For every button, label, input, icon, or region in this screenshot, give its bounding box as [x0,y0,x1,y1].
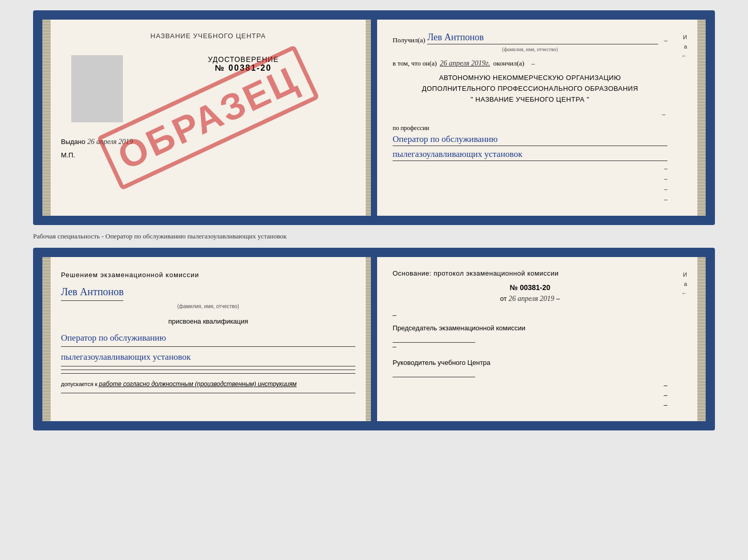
professiya-line2: пылегазоулавливающих установок [393,149,667,161]
right-indicators-2: И а ← [672,269,687,409]
dopuskaetsya-block: допускается к работе согласно должностны… [61,379,355,389]
poluchil-label: Получил(а) [393,36,425,44]
spine-left [42,20,51,216]
separator-text: Рабочая специальность - Оператор по обсл… [33,229,715,244]
professiya-label: по профессии [393,124,667,132]
kvalif-line2: пылегазоулавливающих установок [61,350,355,366]
spine-right-page-2 [697,257,706,421]
indicator-a-1: а [684,43,687,50]
professiya-line1: Оператор по обслуживанию [393,134,667,146]
spine-right-left [366,20,374,216]
vydano-date: 26 апреля 2019 [87,138,133,146]
dopuskaetsya-text: работе согласно должностным (производств… [99,380,297,388]
vtom-label: в том, что он(а) [393,59,437,68]
udostoverenie-block: УДОСТОВЕРЕНИЕ № 00381-20 [131,55,355,73]
osnovaniye-label: Основание: протокол экзаменационной коми… [393,269,667,277]
p1-dash6: – [664,185,668,193]
mp-line: М.П. [61,151,355,159]
page-left-1: НАЗВАНИЕ УЧЕБНОГО ЦЕНТРА УДОСТОВЕРЕНИЕ №… [42,20,374,216]
poluchil-row: Получил(а) Лев Антпонов – [393,32,667,44]
vtom-row: в том, что он(а) 26 апреля 2019г. окончи… [393,59,667,68]
prisvoyena-label: присвоена квалификация [61,316,355,327]
dash2-right: – [393,311,667,319]
osnov-dash2: – [393,311,396,319]
document-container: НАЗВАНИЕ УЧЕБНОГО ЦЕНТРА УДОСТОВЕРЕНИЕ №… [33,10,715,430]
photo-placeholder [71,55,123,122]
spine-left-2 [42,257,51,421]
p1-dash5: – [664,174,668,183]
spine-right-left-2 [366,257,374,421]
fam-sub-2: (фамилия, имя, отчество) [61,302,355,311]
fio-name: Лев Антпонов [61,283,123,301]
org-line2: ДОПОЛНИТЕЛЬНОГО ПРОФЕССИОНАЛЬНОГО ОБРАЗО… [393,84,667,94]
udostoverenie-label: УДОСТОВЕРЕНИЕ [131,55,355,63]
osnovaniye-block: Основание: протокол экзаменационной коми… [393,269,667,409]
indicator-i-2: И [683,271,687,278]
resheniem-label: Решением экзаменационной комиссии [61,269,355,281]
cert-number: № 00381-20 [131,63,355,73]
dash1: – [664,36,668,44]
dopuskaetsya-label: допускается к [61,381,98,387]
dash3: – [393,110,665,118]
rukovoditel-block: Руководитель учебного Центра [393,359,667,377]
osnov-number: № 00381-20 [510,283,551,292]
page-left-2: Решением экзаменационной комиссии Лев Ан… [42,257,374,421]
rukovoditel-label: Руководитель учебного Центра [393,359,667,366]
fio-block: Лев Антпонов [61,283,355,301]
indicator-arrow-1: ← [681,53,687,59]
cert-title: НАЗВАНИЕ УЧЕБНОГО ЦЕНТРА [61,32,355,40]
dash2: – [532,59,535,68]
vydano-line: Выдано 26 апреля 2019 [61,138,355,146]
certificate-book-2: Решением экзаменационной комиссии Лев Ан… [33,248,715,430]
dash3-r: – [393,343,396,350]
predsedatel-label: Председатель экзаменационной комиссии [393,324,667,332]
p1-dash7: – [664,195,668,203]
indicator-i-1: И [683,34,687,40]
r2-dash5: – [664,391,667,399]
r2-dash4: – [664,381,667,389]
indicator-a-2: а [684,281,687,287]
kvalif-line1: Оператор по обслуживанию [61,331,355,347]
poluchil-name: Лев Антпонов [427,32,658,44]
fam-sub-1: (фамилия, имя, отчество) [393,46,667,52]
org-line3: " НАЗВАНИЕ УЧЕБНОГО ЦЕНТРА " [393,94,667,105]
page-right-1: Получил(а) Лев Антпонов – (фамилия, имя,… [374,20,706,216]
osnovaniye-number: № 00381-20 [393,283,667,292]
vtom-date: 26 апреля 2019г. [440,59,490,68]
right-indicators-1: И а ← [672,32,687,203]
org-line1: АВТОНОМНУЮ НЕКОММЕРЧЕСКУЮ ОРГАНИЗАЦИЮ [393,73,667,84]
resheniem-block: Решением экзаменационной комиссии Лев Ан… [61,269,355,393]
r2-dash6: – [664,401,667,409]
ot-row: от 26 апреля 2019 – [393,295,667,303]
page-right-2: Основание: протокол экзаменационной коми… [374,257,706,421]
predsedatel-block: Председатель экзаменационной комиссии – [393,324,667,350]
certificate-book-1: НАЗВАНИЕ УЧЕБНОГО ЦЕНТРА УДОСТОВЕРЕНИЕ №… [33,10,715,225]
ot-date: 26 апреля 2019 [509,295,554,302]
spine-right-page [697,20,706,216]
osnov-dash1: – [556,295,560,302]
okonchil-label: окончил(а) [493,59,524,68]
org-block: АВТОНОМНУЮ НЕКОММЕРЧЕСКУЮ ОРГАНИЗАЦИЮ ДО… [393,73,667,105]
p1-dash4: – [664,164,668,172]
indicator-arrow-2: ← [681,290,687,296]
vydano-label: Выдано [61,138,85,146]
professiya-block: по профессии Оператор по обслуживанию пы… [393,124,667,161]
ot-label: от [500,295,507,302]
